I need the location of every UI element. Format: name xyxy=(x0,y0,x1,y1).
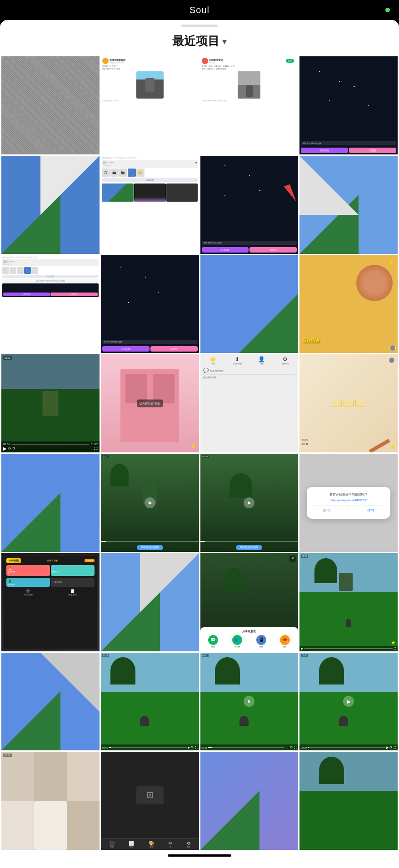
main-content: 最近项目 ▾ 米技米家家族球 养得起小个子女生 ··· 养得起小个子女生可是找不… xyxy=(0,20,399,868)
grid-item-blue-green-5[interactable] xyxy=(101,553,199,651)
grid-item-social-post-1[interactable]: 米技米家家族球 养得起小个子女生 ··· 养得起小个子女生可是找不到小个子女生 … xyxy=(101,56,199,154)
dialog-url: https://jv.douyin.com/FD4tYYE/ xyxy=(313,499,384,501)
dialog-text: 要打开贴贴板中的链接吗？ xyxy=(313,492,384,497)
chevron-down-icon[interactable]: ▾ xyxy=(222,36,227,47)
grid-item-dialog[interactable]: 要打开贴贴板中的链接吗？ https://jv.douyin.com/FD4tY… xyxy=(299,454,398,552)
home-indicator xyxy=(168,854,231,857)
grid-item-room-thumb[interactable]: 00:11 xyxy=(1,752,100,850)
status-dot xyxy=(385,8,390,12)
status-bar: Soul xyxy=(0,0,399,20)
grid-item-vip-app[interactable]: VIP会员 享家有特权 立即开通 🔥 超级视频 HOT 💧 抹掉水印 xyxy=(1,553,100,651)
grid-item-gray-texture[interactable] xyxy=(1,56,100,154)
grid-item-social-ui-2[interactable]: #推荐超适合小个子穿 #适合小个子穿 #下半 @ 台妈搞笑 1a 广播可见 ▾ … xyxy=(1,255,100,353)
grid-item-tree-bench-1[interactable]: 00:01 ▶ ⟳ ⛶ 00:01 xyxy=(101,653,199,751)
grid-item-star-map-arrow[interactable]: 灵魂匹配 恋爱特 等待 中1164612人选择 xyxy=(200,156,299,254)
grid-item-social-post-2[interactable]: 白彩彩美食记 00 关注 关注 ··· 苏州啦，9!年，身高162，体重140，… xyxy=(200,56,299,154)
dialog-cancel-btn[interactable]: 取消 xyxy=(323,508,330,513)
grid-item-tree-video-save-1[interactable]: ▶ 00:00 保存视频到相册 xyxy=(101,454,199,552)
grid-item-video-tree-1[interactable]: 00:00 01:07 ▶ ⟳ ⟳ ⛶ 00:00 xyxy=(1,354,100,452)
page-title: 最近项目 xyxy=(172,33,219,49)
grid-item-social-ui-1[interactable]: #推荐超适合小个子穿 #适合小个子穿 #下半 @ 台妈搞笑 1a 广播可见 ▾ … xyxy=(101,156,199,254)
grid-item-blue-green-2[interactable] xyxy=(299,156,398,254)
grid-item-food-chopstick[interactable]: 20.3k 5000 ★ xyxy=(299,354,398,452)
grid-item-star-map-1[interactable]: 灵魂匹配 恋爱特 等待 中1164612人选择 xyxy=(299,56,398,154)
grid-item-edit-tool[interactable]: 🖼 ⬛ 视频 ⬜ 图文 🎨 美化 xyxy=(101,752,199,850)
grid-item-share-video[interactable]: ✕ 分享给朋友 💬 微信 👥 朋友圈 📱 xyxy=(200,553,299,651)
grid-item-star-map-2[interactable]: 灵魂匹配 恋爱特 等待 中1164612人选择 xyxy=(101,255,199,353)
grid-item-tree-video-save-2[interactable]: ▶ 00:00 保存视频到相册 xyxy=(200,454,299,552)
grid-item-tree-bench-3[interactable]: ▶ 00:00 ▶ ⟳ ⛶ 00:00 xyxy=(299,653,398,751)
photo-grid: 米技米家家族球 养得起小个子女生 ··· 养得起小个子女生可是找不到小个子女生 … xyxy=(0,56,399,850)
grid-item-blue-green-4[interactable] xyxy=(1,454,100,552)
grid-item-smile-food[interactable]: Smile ✦ xyxy=(299,255,398,353)
save-video-btn-2[interactable]: 保存视频到相册 xyxy=(236,545,262,550)
grid-item-blue-green-1[interactable] xyxy=(1,156,100,254)
grid-item-pink-door[interactable]: 已为您开启2倍速 ★ xyxy=(101,354,199,452)
grid-item-blue-green-3[interactable] xyxy=(200,255,299,353)
bottom-nav xyxy=(0,850,399,866)
drag-handle[interactable] xyxy=(0,20,399,30)
grid-item-blue-purple[interactable] xyxy=(200,752,299,850)
drag-handle-bar xyxy=(181,25,218,27)
app-title: Soul xyxy=(190,5,209,15)
dialog-confirm-btn[interactable]: 打开 xyxy=(367,508,374,513)
grid-item-partial-tree[interactable] xyxy=(299,752,398,850)
grid-item-tree-video-2[interactable]: ▶ ⛶ 00:00 ★ xyxy=(299,553,398,651)
save-video-btn-1[interactable]: 保存视频到相册 xyxy=(137,545,163,550)
grid-item-tree-bench-2[interactable]: ⏸ 00:01 ⏸ ⟳ ⛶ 00:01 xyxy=(200,653,299,751)
grid-item-gray-profile[interactable]: ⭐ 收藏 ⬇ 保存到相册 👤 搜索 ⚙ 视频设置 xyxy=(200,354,299,452)
grid-item-blue-green-6[interactable] xyxy=(1,653,100,751)
header: 最近项目 ▾ xyxy=(0,30,399,56)
